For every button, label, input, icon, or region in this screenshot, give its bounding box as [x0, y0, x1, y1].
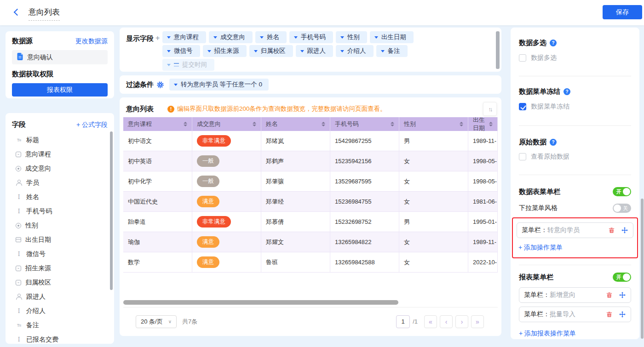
column-header[interactable]: 出生日期	[468, 117, 498, 131]
field-label: 性别	[25, 222, 38, 230]
table-cell: 非常满意	[192, 131, 261, 151]
add-display-field-button[interactable]: +	[155, 34, 160, 42]
table-row[interactable]: 中国近代史满意郑肇经15236984755女1981-06-	[123, 192, 498, 212]
field-item[interactable]: 意向课程	[12, 147, 108, 161]
display-field-chip[interactable]: 手机号码	[289, 31, 333, 43]
move-icon[interactable]	[619, 291, 626, 299]
column-header[interactable]: 成交意向	[192, 117, 261, 131]
table-row[interactable]: 初中语文非常满意郑绪岚15429867255男1989-11-	[123, 131, 498, 151]
table-row[interactable]: 初中化学一般郑肇骧13529687595女1998-05-	[123, 171, 498, 192]
prev-page-button[interactable]: ‹	[440, 315, 453, 328]
gear-icon[interactable]	[157, 81, 164, 88]
sort-icon[interactable]	[322, 122, 325, 126]
display-field-chip[interactable]: 介绍人	[336, 45, 374, 57]
table-row[interactable]: 瑜伽满意郑耀文13265984822女1989-11-	[123, 232, 498, 252]
table-row[interactable]: 数学满意鲁班132659842588女2022-10-	[123, 252, 498, 273]
column-header[interactable]: 姓名	[261, 117, 330, 131]
table-row[interactable]: 跆拳道非常满意郑慕倩15232698752男1995-01-	[123, 212, 498, 232]
table-row[interactable]: 初中英语一般郑鹤声15235942156女1998-05-	[123, 151, 498, 171]
sort-order-icon[interactable]: ↑↓	[483, 102, 497, 116]
chevron-down-icon	[167, 36, 171, 39]
display-field-chip[interactable]: 备注	[376, 45, 408, 57]
trash-icon[interactable]	[608, 227, 615, 234]
menu-item-value: 新增意向	[550, 291, 575, 299]
menu-freeze-option[interactable]: 数据菜单冻结	[519, 102, 631, 111]
field-item[interactable]: 招生来源	[12, 261, 108, 275]
display-field-chip[interactable]: 姓名	[255, 31, 287, 43]
display-field-chip[interactable]: 归属校区	[249, 45, 293, 57]
raw-data-option[interactable]: 查看原始数据	[519, 153, 631, 161]
back-icon[interactable]	[14, 9, 21, 16]
menu-bar-item: 菜单栏：转意向学员	[517, 222, 633, 238]
chip-label: 跟进人	[307, 47, 326, 55]
add-report-menu-link[interactable]: + 添加报表操作菜单	[519, 330, 631, 338]
field-item[interactable]: 归属校区	[12, 275, 108, 290]
change-datasource-link[interactable]: 更改数据源	[75, 37, 108, 46]
display-field-chip[interactable]: 微信号	[162, 45, 200, 57]
sort-icon[interactable]	[391, 122, 394, 126]
satisfaction-badge: 满意	[197, 256, 219, 268]
filter-condition-chip[interactable]: 转为意向学员 等于任意一个 0	[169, 79, 269, 91]
last-page-button[interactable]: »	[471, 315, 484, 328]
table-menu-toggle[interactable]: 开	[613, 187, 631, 196]
field-item[interactable]: 成交意向	[12, 161, 108, 176]
window-scrollbar[interactable]	[641, 199, 644, 339]
menu-item-actions	[608, 227, 628, 234]
display-field-chip[interactable]: 成交意向	[209, 31, 253, 43]
chevron-down-icon	[374, 36, 378, 39]
horizontal-scrollbar[interactable]	[123, 300, 398, 305]
help-icon[interactable]: ?	[564, 88, 570, 95]
help-icon[interactable]: ?	[550, 40, 557, 46]
report-permission-button[interactable]: 报表权限	[12, 83, 108, 97]
field-item[interactable]: 已报名交费	[12, 332, 108, 344]
next-page-button[interactable]: ›	[455, 315, 468, 328]
sort-icon[interactable]	[184, 122, 187, 126]
field-item[interactable]: 微信号	[12, 247, 108, 261]
field-item[interactable]: 学员	[12, 176, 108, 190]
sort-icon[interactable]	[460, 122, 463, 126]
report-menu-toggle[interactable]: 开	[613, 273, 631, 282]
trash-icon[interactable]	[606, 311, 613, 318]
datasource-item[interactable]: 意向确认	[12, 50, 108, 64]
display-field-chip[interactable]: 意向课程	[162, 31, 206, 43]
display-field-chip[interactable]: 跟进人	[296, 45, 334, 57]
column-header[interactable]: 性别	[399, 117, 468, 131]
column-header[interactable]: 意向课程	[123, 117, 192, 131]
display-field-chip[interactable]: 性别	[336, 31, 367, 43]
save-button[interactable]: 保存	[603, 5, 642, 19]
raw-data-checkbox[interactable]	[519, 153, 526, 160]
move-icon[interactable]	[619, 311, 626, 318]
dropdown-style-toggle[interactable]: 关	[613, 204, 631, 213]
table-cell: 中国近代史	[123, 192, 192, 211]
help-icon[interactable]: ?	[550, 139, 557, 146]
field-item[interactable]: 性别	[12, 218, 108, 233]
trash-icon[interactable]	[606, 291, 613, 299]
chevron-down-icon	[254, 50, 258, 52]
satisfaction-badge: 非常满意	[197, 135, 231, 147]
move-icon[interactable]	[621, 227, 628, 234]
page-number-input[interactable]: 1	[396, 315, 410, 328]
display-field-chip[interactable]: 提交时间	[162, 59, 214, 71]
sort-icon[interactable]	[489, 122, 493, 126]
table-cell: 2022-10-	[468, 252, 498, 272]
add-menu-link[interactable]: + 添加操作菜单	[518, 244, 633, 252]
field-item[interactable]: 姓名	[12, 190, 108, 204]
fields-scrollbar[interactable]	[110, 131, 113, 290]
field-item[interactable]: 出生日期	[12, 233, 108, 247]
field-item[interactable]: 跟进人	[12, 290, 108, 304]
formula-field-link[interactable]: + 公式字段	[76, 121, 108, 129]
chips-scrollbar[interactable]	[496, 31, 500, 69]
first-page-button[interactable]: «	[424, 315, 437, 328]
multi-select-checkbox[interactable]	[519, 54, 526, 62]
sort-icon[interactable]	[253, 122, 256, 126]
field-item[interactable]: 备注	[12, 318, 108, 332]
field-item[interactable]: 介绍人	[12, 304, 108, 318]
field-item[interactable]: 标题	[12, 133, 108, 147]
page-size-select[interactable]: 20 条/页 ∨	[136, 315, 177, 328]
field-item[interactable]: 手机号码	[12, 204, 108, 218]
multi-select-option[interactable]: 数据多选	[519, 54, 631, 62]
column-header[interactable]: 手机号码	[330, 117, 399, 131]
display-field-chip[interactable]: 出生日期	[370, 31, 414, 43]
display-field-chip[interactable]: 招生来源	[203, 45, 247, 57]
menu-freeze-checkbox[interactable]	[519, 103, 526, 110]
